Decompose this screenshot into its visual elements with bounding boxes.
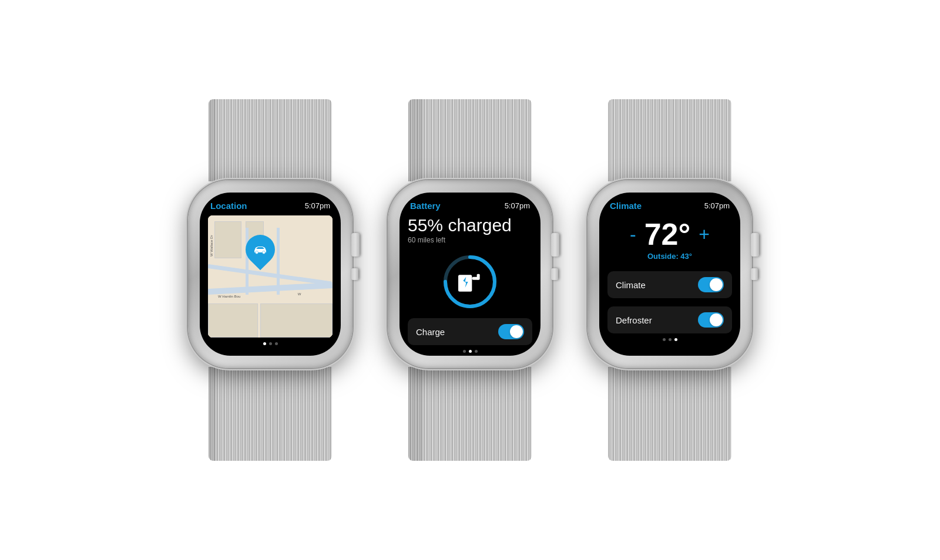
climate-toggle-switch[interactable] <box>698 277 724 292</box>
side-button-1 <box>351 268 358 280</box>
screen-title-1: Location <box>210 201 247 211</box>
dot-1-2 <box>269 342 272 345</box>
screen-header-1: Location 5:07pm <box>200 193 341 215</box>
screen-header-3: Climate 5:07pm <box>599 193 740 215</box>
charge-toggle-row[interactable]: Charge <box>408 318 532 345</box>
screen-time-3: 5:07pm <box>704 201 730 210</box>
temperature-display: 72° <box>644 219 691 249</box>
watch-location: Location 5:07pm <box>188 99 352 461</box>
dot-3-1 <box>663 338 666 341</box>
svg-point-1 <box>263 251 266 254</box>
svg-point-0 <box>256 251 258 254</box>
road-label-1: W Wallace Dr <box>210 235 213 256</box>
screen-header-2: Battery 5:07pm <box>400 193 540 215</box>
svg-rect-6 <box>477 274 480 280</box>
watch-case-3: Climate 5:07pm - 72° + Outside: 43° Clim… <box>588 180 752 368</box>
dot-3-3 <box>674 338 677 341</box>
screen-title-3: Climate <box>610 201 642 211</box>
climate-temp-row: - 72° + <box>607 219 732 249</box>
crown-2 <box>551 233 559 257</box>
outside-temperature: Outside: 43° <box>607 252 732 261</box>
climate-toggles: Climate Defroster <box>607 266 732 333</box>
dot-2-2 <box>469 350 472 353</box>
map-bg: W Wallace Dr W Hamlin Bou W <box>208 215 333 338</box>
climate-toggle-row[interactable]: Climate <box>607 271 732 298</box>
watch-screen-3: Climate 5:07pm - 72° + Outside: 43° Clim… <box>599 193 740 356</box>
watch-case-1: Location 5:07pm <box>188 180 352 368</box>
svg-rect-4 <box>458 275 472 291</box>
band-bottom-1 <box>209 367 332 461</box>
charge-ring <box>441 252 499 311</box>
road-label-2: W Hamlin Bou <box>218 295 240 298</box>
watch-case-2: Battery 5:07pm 55% charged 60 miles left <box>388 180 552 368</box>
watches-container: Location 5:07pm <box>164 76 776 484</box>
screen-time-2: 5:07pm <box>505 201 530 210</box>
watch-climate: Climate 5:07pm - 72° + Outside: 43° Clim… <box>588 99 752 461</box>
battery-percent: 55% charged <box>408 215 532 235</box>
temp-plus-button[interactable]: + <box>699 225 710 244</box>
defroster-toggle-row[interactable]: Defroster <box>607 306 732 333</box>
defroster-toggle-switch[interactable] <box>698 312 724 328</box>
band-bottom-3 <box>608 367 731 461</box>
dot-2-3 <box>475 350 478 353</box>
page-dots-3 <box>607 333 732 346</box>
dot-1-3 <box>275 342 278 345</box>
watch-screen-2: Battery 5:07pm 55% charged 60 miles left <box>400 193 540 356</box>
crown-1 <box>351 233 360 257</box>
page-dots-2 <box>408 345 532 356</box>
defroster-toggle-label: Defroster <box>616 315 652 325</box>
screen-content-3: - 72° + Outside: 43° Climate Defroster <box>599 215 740 356</box>
band-bottom-2 <box>408 367 532 461</box>
location-pin <box>246 235 275 269</box>
band-top-3 <box>608 99 731 181</box>
dot-2-1 <box>463 350 466 353</box>
band-top-2 <box>408 99 532 181</box>
road-label-3: W <box>298 292 301 296</box>
side-button-2 <box>551 268 558 280</box>
screen-content-1: W Wallace Dr W Hamlin Bou W <box>200 215 341 356</box>
dot-3-2 <box>669 338 672 341</box>
side-button-3 <box>751 268 758 280</box>
band-top-1 <box>209 99 332 181</box>
charge-icon <box>455 267 485 296</box>
screen-title-2: Battery <box>410 201 441 211</box>
climate-toggle-label: Climate <box>616 280 646 290</box>
dot-1-1 <box>263 342 266 345</box>
charge-toggle-label: Charge <box>416 327 445 337</box>
page-dots-1 <box>208 338 333 350</box>
watch-battery: Battery 5:07pm 55% charged 60 miles left <box>388 99 552 461</box>
battery-miles: 60 miles left <box>408 236 532 244</box>
screen-time-1: 5:07pm <box>305 201 330 210</box>
watch-screen-1: Location 5:07pm <box>200 193 341 356</box>
temp-minus-button[interactable]: - <box>630 225 636 244</box>
map-container: W Wallace Dr W Hamlin Bou W <box>208 215 333 338</box>
pin-car-icon <box>253 245 268 254</box>
charge-toggle-switch[interactable] <box>498 324 524 339</box>
pin-circle <box>240 229 281 271</box>
crown-3 <box>751 233 759 257</box>
screen-content-2: 55% charged 60 miles left <box>400 215 540 356</box>
